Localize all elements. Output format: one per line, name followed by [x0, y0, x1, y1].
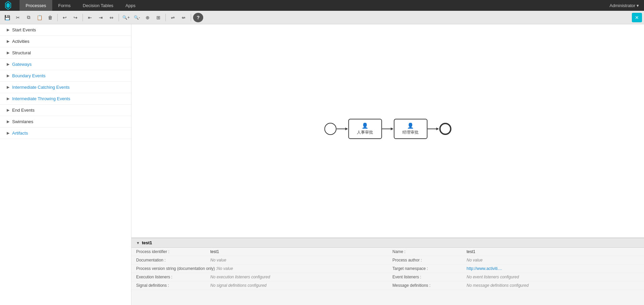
panel-title: test1 — [142, 240, 152, 245]
prop-value: No value — [217, 266, 233, 271]
zoom-out-button[interactable]: 🔍- — [132, 13, 142, 22]
bottom-panel: ▼ test1 Process identifier : test1 Name … — [131, 238, 644, 305]
prop-label: Documentation : — [136, 258, 210, 262]
prop-version-string: Process version string (documentation on… — [131, 265, 388, 273]
chevron-right-icon: ▶ — [7, 39, 9, 44]
sidebar: ▶ Start Events ▶ Activities ▶ Structural… — [0, 24, 131, 305]
canvas-area: 👤 人事审批 👤 经理审批 — [131, 24, 644, 305]
prop-name: Name : test1 — [388, 248, 644, 256]
copy-button[interactable]: ⧉ — [24, 13, 34, 22]
sidebar-item-label: Activities — [12, 39, 29, 44]
sidebar-item-activities[interactable]: ▶ Activities — [0, 36, 131, 47]
bpmn-arrow-3 — [427, 127, 439, 131]
toolbar-separator-2 — [83, 14, 83, 21]
distribute-button[interactable]: ⇔ — [106, 13, 117, 22]
prop-label: Process identifier : — [136, 249, 210, 254]
sidebar-item-label[interactable]: Intermediate Throwing Events — [12, 96, 70, 101]
sidebar-item-intermediate-throwing-events[interactable]: ▶ Intermediate Throwing Events — [0, 93, 131, 105]
prop-process-identifier: Process identifier : test1 — [131, 248, 388, 256]
sidebar-item-label: End Events — [12, 108, 35, 113]
user-menu[interactable]: Administrator ▾ — [610, 3, 639, 8]
sidebar-item-artifacts[interactable]: ▶ Artifacts — [0, 128, 131, 139]
sidebar-item-swimlanes[interactable]: ▶ Swimlanes — [0, 116, 131, 128]
svg-marker-7 — [436, 128, 439, 130]
chevron-right-icon: ▶ — [7, 131, 9, 135]
prop-label: Process author : — [393, 258, 467, 262]
sidebar-item-label: Start Events — [12, 27, 36, 32]
chevron-right-icon: ▶ — [7, 108, 9, 112]
sidebar-item-label[interactable]: Artifacts — [12, 131, 28, 136]
sidebar-item-label[interactable]: Gateways — [12, 62, 32, 67]
prop-value: test1 — [210, 249, 219, 254]
prop-target-namespace: Target namespace : http://www.activiti..… — [388, 265, 644, 273]
sidebar-item-label: Swimlanes — [12, 119, 33, 124]
chevron-down-icon: ▼ — [136, 241, 140, 245]
prop-signal-definitions: Signal definitions : No signal definitio… — [131, 281, 388, 290]
prop-value: http://www.activiti.... — [467, 266, 502, 271]
bpmn-diagram: 👤 人事审批 👤 经理审批 — [324, 119, 451, 139]
help-button[interactable]: ? — [193, 13, 203, 22]
prop-value: No execution listeners configured — [210, 275, 270, 279]
sidebar-item-boundary-events[interactable]: ▶ Boundary Events — [0, 70, 131, 82]
align-right-button[interactable]: ⇥ — [96, 13, 106, 22]
connect-button[interactable]: ⇌ — [168, 13, 178, 22]
tab-forms[interactable]: Forms — [52, 0, 77, 11]
align-left-button[interactable]: ⇤ — [85, 13, 95, 22]
prop-message-definitions: Message definitions : No message definit… — [388, 281, 644, 290]
svg-marker-1 — [6, 3, 10, 8]
bpmn-end-event[interactable] — [439, 123, 451, 135]
prop-value: test1 — [467, 249, 476, 254]
delete-button[interactable]: 🗑 — [45, 13, 55, 22]
chevron-right-icon: ▶ — [7, 119, 9, 124]
chevron-right-icon: ▶ — [7, 85, 9, 89]
zoom-in-button[interactable]: 🔍+ — [121, 13, 131, 22]
prop-execution-listeners: Execution listeners : No execution liste… — [131, 273, 388, 281]
tab-apps[interactable]: Apps — [119, 0, 142, 11]
sidebar-item-gateways[interactable]: ▶ Gateways — [0, 59, 131, 70]
prop-value: No event listeners configured — [467, 275, 519, 279]
bpmn-start-event[interactable] — [324, 123, 336, 135]
prop-value: No signal definitions configured — [210, 283, 267, 288]
sidebar-item-label: Structural — [12, 50, 31, 55]
paste-button[interactable]: 📋 — [34, 13, 44, 22]
prop-event-listeners: Event listeners : No event listeners con… — [388, 273, 644, 281]
zoom-actual-button[interactable]: ⊞ — [153, 13, 163, 22]
chevron-right-icon: ▶ — [7, 62, 9, 66]
bpmn-task-2[interactable]: 👤 经理审批 — [394, 119, 427, 139]
undo-button[interactable]: ↩ — [60, 13, 70, 22]
prop-label: Message definitions : — [393, 283, 467, 288]
toolbar: 💾 ✂ ⧉ 📋 🗑 ↩ ↪ ⇤ ⇥ ⇔ 🔍+ 🔍- ⊕ ⊞ ⇌ ⇍ ? ✕ — [0, 11, 644, 24]
app-logo — [3, 1, 13, 10]
prop-documentation: Documentation : No value — [131, 256, 388, 265]
sidebar-item-structural[interactable]: ▶ Structural — [0, 47, 131, 59]
bpmn-task-1[interactable]: 👤 人事审批 — [348, 119, 382, 139]
svg-marker-3 — [345, 128, 348, 130]
redo-button[interactable]: ↪ — [70, 13, 81, 22]
sidebar-item-end-events[interactable]: ▶ End Events — [0, 105, 131, 116]
close-button[interactable]: ✕ — [632, 13, 642, 22]
zoom-fit-button[interactable]: ⊕ — [143, 13, 153, 22]
sidebar-item-intermediate-catching-events[interactable]: ▶ Intermediate Catching Events — [0, 82, 131, 93]
sidebar-item-label[interactable]: Intermediate Catching Events — [12, 85, 70, 90]
chevron-right-icon: ▶ — [7, 28, 9, 32]
prop-value: No value — [210, 258, 226, 262]
disconnect-button[interactable]: ⇍ — [179, 13, 189, 22]
main-layout: ▶ Start Events ▶ Activities ▶ Structural… — [0, 24, 644, 305]
sidebar-item-label[interactable]: Boundary Events — [12, 73, 45, 78]
canvas[interactable]: 👤 人事审批 👤 经理审批 — [131, 24, 644, 238]
chevron-right-icon: ▶ — [7, 51, 9, 55]
tab-decision-tables[interactable]: Decision Tables — [77, 0, 120, 11]
cut-button[interactable]: ✂ — [13, 13, 23, 22]
toolbar-separator-4 — [165, 14, 166, 21]
tab-processes[interactable]: Processes — [20, 0, 52, 11]
task-label: 人事审批 — [357, 130, 373, 135]
bottom-panel-header: ▼ test1 — [131, 238, 644, 248]
prop-label: Process version string (documentation on… — [136, 266, 217, 271]
prop-label: Execution listeners : — [136, 275, 210, 279]
prop-value: No value — [467, 258, 483, 262]
save-button[interactable]: 💾 — [2, 13, 12, 22]
bpmn-arrow-1 — [336, 127, 348, 131]
user-icon: 👤 — [407, 122, 414, 129]
sidebar-item-start-events[interactable]: ▶ Start Events — [0, 24, 131, 36]
toolbar-separator-1 — [57, 14, 58, 21]
